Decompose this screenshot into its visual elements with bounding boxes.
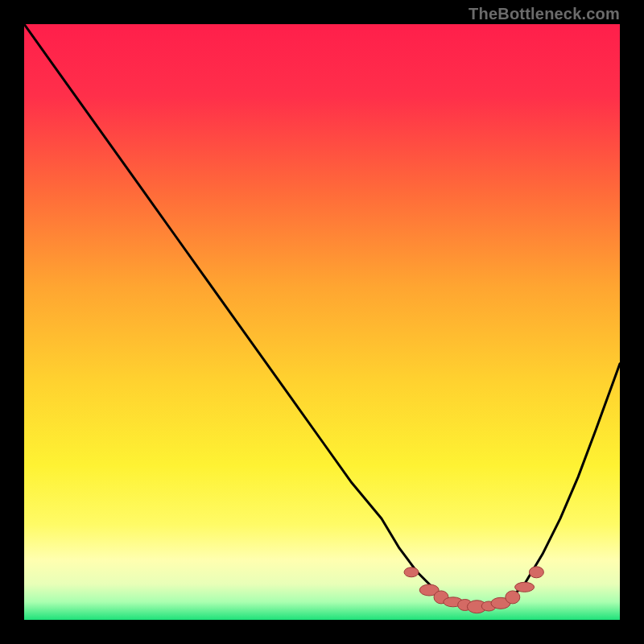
watermark-text: TheBottleneck.com: [469, 5, 620, 23]
curve-markers: [404, 567, 543, 613]
curve-marker: [529, 567, 543, 578]
curve-marker: [515, 582, 535, 592]
chart-container: TheBottleneck.com: [0, 0, 644, 644]
plot-area: [24, 24, 620, 620]
curve-layer: [24, 24, 620, 620]
bottleneck-curve: [24, 24, 620, 608]
curve-marker: [506, 591, 520, 604]
curve-marker: [404, 568, 419, 577]
